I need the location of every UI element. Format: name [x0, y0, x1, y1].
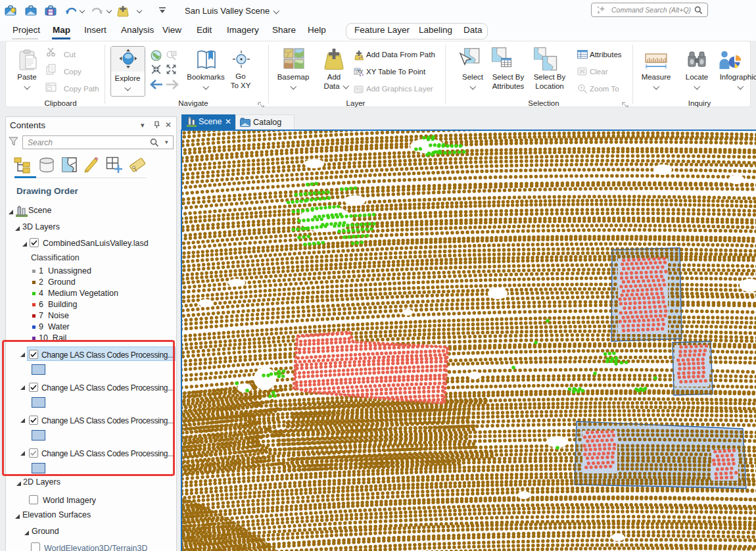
svg-text:XY: XY — [357, 69, 364, 74]
